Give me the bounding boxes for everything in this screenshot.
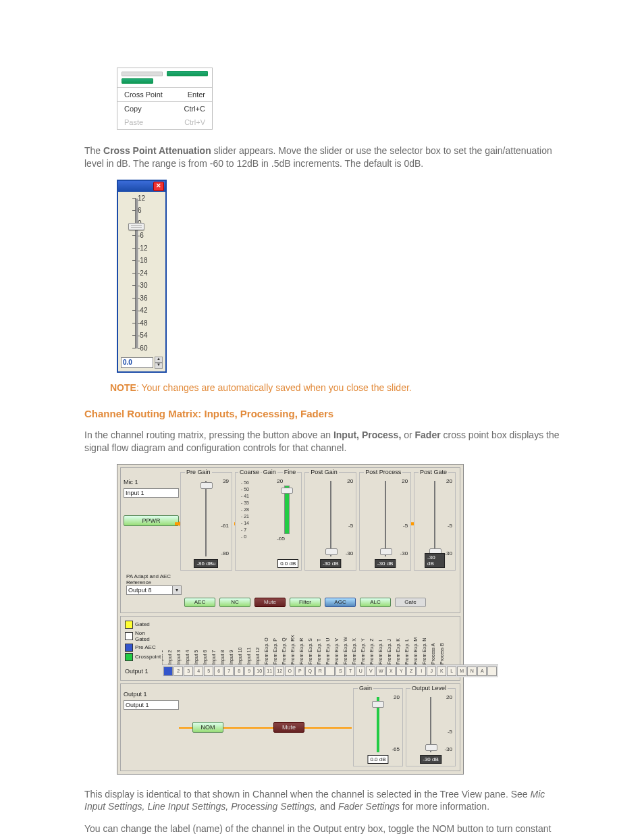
paragraph-matrix-intro: In the channel routing matrix, pressing … <box>84 429 563 454</box>
agc-button[interactable]: AGC <box>325 598 356 607</box>
post-gate-stage: Post Gate 20 -5 -30 -30 dB <box>414 472 456 571</box>
matrix-column-label: Process B <box>412 656 444 664</box>
section-heading: Channel Routing Matrix: Inputs, Processi… <box>84 408 563 419</box>
matrix-legend: Gated Non Gated Pre AEC Crosspoint Outpu… <box>124 619 162 677</box>
slider-tick: -36 <box>138 294 158 302</box>
channel-routing-figure: Mic 1 Input 1 PPWR Pre Gain 39 -61 -80 -… <box>117 464 464 775</box>
output-panel: Output 1 Output 1 NOM Mute Gain 20 -65 0… <box>120 683 460 771</box>
matrix-cell[interactable]: Q <box>305 667 315 676</box>
slider-tick: -54 <box>138 332 158 339</box>
aec-reference-label: PA Adapt and AEC Reference <box>126 573 182 585</box>
attenuation-slider-window: ✕ 1260-6-12-18-24-30-36-42-48-54-60 0.0 … <box>117 180 167 373</box>
matrix-cell[interactable]: 2 <box>173 667 183 676</box>
paragraph-crosspoint-desc: The Cross Point Attenuation slider appea… <box>84 145 563 170</box>
slider-tick: -30 <box>138 282 158 289</box>
matrix-cell[interactable]: P <box>295 667 304 676</box>
matrix-cell[interactable]: R <box>315 667 325 676</box>
slider-tick: -12 <box>138 244 158 252</box>
matrix-cell[interactable]: 9 <box>244 667 254 676</box>
context-menu-figure: Cross Point Enter Copy Ctrl+C Paste Ctrl… <box>117 68 213 130</box>
ppwr-button[interactable]: PPWR <box>124 515 179 526</box>
input-processing-panel: Mic 1 Input 1 PPWR Pre Gain 39 -61 -80 -… <box>120 467 460 613</box>
matrix-cell[interactable]: 10 <box>254 667 264 676</box>
alc-button[interactable]: ALC <box>360 598 391 607</box>
matrix-cell[interactable]: 12 <box>275 667 284 676</box>
filter-button[interactable]: Filter <box>290 598 321 607</box>
matrix-cell[interactable]: T <box>346 667 355 676</box>
input-name-field[interactable]: Input 1 <box>124 488 179 498</box>
output-row-label: Output 1 <box>125 668 149 675</box>
attenuation-slider[interactable]: 1260-6-12-18-24-30-36-42-48-54-60 <box>124 196 159 351</box>
matrix-cell[interactable]: Y <box>396 667 406 676</box>
matrix-cell[interactable]: 6 <box>214 667 223 676</box>
mute-button[interactable]: Mute <box>254 598 286 607</box>
menu-item-paste: Paste Ctrl+V <box>117 115 212 129</box>
spin-up-icon[interactable]: ▲ <box>155 357 163 363</box>
matrix-cell[interactable]: 4 <box>194 667 203 676</box>
matrix-cell[interactable]: O <box>285 667 294 676</box>
matrix-cell[interactable]: 7 <box>224 667 234 676</box>
mute-button[interactable]: Mute <box>273 722 304 733</box>
matrix-cell[interactable]: 8 <box>234 667 244 676</box>
matrix-cell[interactable]: M <box>457 667 466 676</box>
menu-item-copy[interactable]: Copy Ctrl+C <box>117 101 212 115</box>
mic-label: Mic 1 <box>124 479 179 486</box>
nom-button[interactable]: NOM <box>192 722 223 733</box>
context-menu-header <box>117 68 212 88</box>
matrix-cell[interactable]: 3 <box>184 667 193 676</box>
matrix-cell[interactable]: W <box>376 667 385 676</box>
gain-stage: Coarse Gain Fine - 56- 50- 41- 35- 28- 2… <box>235 472 302 571</box>
menu-item-label: Cross Point <box>124 90 163 99</box>
slider-tick: -18 <box>138 257 158 264</box>
menu-item-label: Copy <box>124 105 142 113</box>
paragraph-display-identical: This display is identical to that shown … <box>84 788 563 814</box>
attenuation-spinner[interactable]: ▲ ▼ <box>155 357 163 369</box>
matrix-cell[interactable]: S <box>336 667 345 676</box>
slider-thumb[interactable] <box>128 223 144 230</box>
slider-tick: -48 <box>138 319 158 327</box>
matrix-cell[interactable]: V <box>366 667 375 676</box>
gate-button[interactable]: Gate <box>395 598 426 607</box>
matrix-cell[interactable]: 11 <box>265 667 274 676</box>
menu-item-label: Paste <box>124 118 143 126</box>
slider-tick: -60 <box>138 344 158 352</box>
menu-item-shortcut: Ctrl+V <box>184 118 205 126</box>
slider-tick: -42 <box>138 307 158 314</box>
aec-reference-select[interactable]: Output 8 <box>126 585 173 595</box>
matrix-cell[interactable]: L <box>447 667 456 676</box>
slider-tick: -6 <box>138 232 158 239</box>
matrix-cell[interactable]: N <box>467 667 477 676</box>
spin-down-icon[interactable]: ▼ <box>155 363 163 369</box>
matrix-cell[interactable]: Z <box>406 667 416 676</box>
close-icon[interactable]: ✕ <box>153 182 164 191</box>
matrix-cell[interactable]: K <box>437 667 446 676</box>
attenuation-value-input[interactable]: 0.0 <box>121 357 153 368</box>
matrix-cell[interactable]: I <box>417 667 426 676</box>
crosspoint-matrix-panel: Gated Non Gated Pre AEC Crosspoint Outpu… <box>120 616 460 681</box>
slider-tick: 12 <box>138 194 158 202</box>
output-level-stage: Output Level 20 -5 -30 -30 dB <box>406 688 456 766</box>
output-name-field[interactable]: Output 1 <box>124 700 179 710</box>
post-process-stage: Post Process 20 -5 -30 -30 dB <box>359 472 411 571</box>
menu-item-crosspoint[interactable]: Cross Point Enter <box>117 88 212 101</box>
matrix-cell[interactable] <box>487 667 497 676</box>
matrix-cell[interactable]: J <box>427 667 436 676</box>
menu-item-shortcut: Enter <box>188 90 205 99</box>
matrix-cell[interactable]: A <box>477 667 487 676</box>
note-autosave: NOTE: Your changes are automatically sav… <box>110 382 563 393</box>
slider-tick: -24 <box>138 269 158 277</box>
matrix-cell[interactable]: U <box>356 667 365 676</box>
matrix-cell[interactable] <box>163 667 173 676</box>
slider-tick: 6 <box>138 207 158 214</box>
paragraph-change-label: You can change the label (name) of the c… <box>84 823 563 834</box>
window-titlebar: ✕ <box>118 181 165 192</box>
matrix-cell[interactable]: 5 <box>204 667 213 676</box>
post-gain-stage: Post Gain 20 -5 -30 -30 dB <box>304 472 356 571</box>
matrix-cell[interactable]: X <box>386 667 396 676</box>
menu-item-shortcut: Ctrl+C <box>184 105 205 113</box>
aec-button[interactable]: AEC <box>184 598 215 607</box>
matrix-cell[interactable] <box>325 667 335 676</box>
output-gain-stage: Gain 20 -65 0.0 dB <box>353 688 403 766</box>
dropdown-arrow-icon[interactable]: ▾ <box>173 585 182 595</box>
nc-button[interactable]: NC <box>219 598 250 607</box>
